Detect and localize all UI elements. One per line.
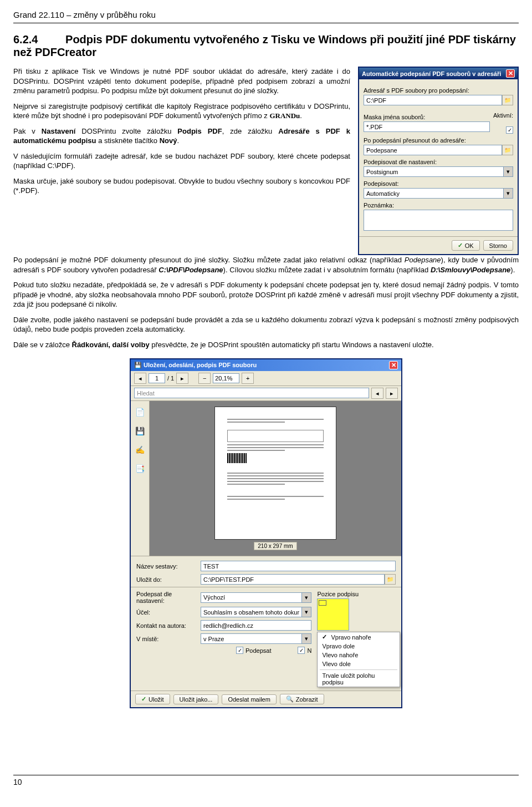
paragraph-1: Při tisku z aplikace Tisk ve Windows je … bbox=[13, 67, 350, 96]
input-adresar[interactable] bbox=[364, 95, 502, 105]
p6a: Po podepsání je možné PDF dokumenty přes… bbox=[13, 256, 405, 264]
chevron-down-icon-5[interactable]: ▾ bbox=[302, 633, 311, 644]
zobrazit-button[interactable]: 🔍 Zobrazit bbox=[280, 694, 324, 704]
b-nastaveni: Nastavení bbox=[42, 127, 75, 135]
paragraph-7: Pokud tuto složku nezadáte, předpokládá … bbox=[13, 280, 519, 309]
p2-tail: . bbox=[300, 111, 302, 120]
page-total-label: / 1 bbox=[167, 375, 174, 382]
doc-header: Grand 22.110 – změny v průběhu roku bbox=[13, 10, 519, 19]
browse-folder-icon[interactable]: 📁 bbox=[502, 95, 513, 105]
ok-label: OK bbox=[465, 242, 474, 249]
prev-page-icon[interactable]: ◂ bbox=[134, 373, 146, 384]
close-icon[interactable]: ✕ bbox=[506, 69, 515, 78]
ok-button[interactable]: ✓OK bbox=[452, 240, 480, 251]
b-radkovani: Řádkování, další volby bbox=[72, 341, 150, 349]
paragraph-3: Pak v Nastavení DOSPrintu zvolte záložku… bbox=[13, 126, 350, 146]
menu-item-vlevo-nahore[interactable]: Vlevo nahoře bbox=[318, 651, 400, 659]
menu-item-vlevo-dole[interactable]: Vlevo dole bbox=[318, 659, 400, 668]
p3a: Pak v bbox=[13, 127, 42, 135]
paragraph-9: Dále se v záložce Řádkování, další volby… bbox=[13, 340, 519, 350]
menu-item-trvale-ulozit[interactable]: Trvale uložit polohu podpisu bbox=[318, 671, 400, 687]
section-heading: 6.2.4 Podpis PDF dokumentu vytvořeného z… bbox=[13, 33, 519, 59]
p6c: ). Cílovou složku můžete zadat i v absol… bbox=[223, 266, 431, 274]
input-nazev[interactable] bbox=[201, 561, 396, 571]
input-ulozitdo[interactable] bbox=[201, 574, 385, 585]
page-icon[interactable]: 📄 bbox=[134, 405, 147, 419]
i-dsml: D:\Smlouvy\Podepsane bbox=[431, 266, 510, 274]
page-number-input[interactable] bbox=[149, 373, 165, 383]
paragraph-6: Po podepsání je možné PDF dokumenty přes… bbox=[13, 255, 519, 275]
lbl-ulozitdo: Uložit do: bbox=[136, 576, 197, 583]
signature-position-preview[interactable] bbox=[317, 598, 349, 631]
chevron-down-icon-2[interactable]: ▾ bbox=[504, 188, 513, 199]
textarea-poznamka[interactable] bbox=[364, 210, 513, 231]
search-next-icon[interactable]: ▸ bbox=[386, 388, 398, 399]
search-prev-icon[interactable]: ◂ bbox=[371, 388, 383, 399]
chevron-down-icon[interactable]: ▾ bbox=[504, 166, 513, 177]
lbl-nazev: Název sestavy: bbox=[136, 563, 197, 570]
position-context-menu: Vpravo nahoře Vpravo dole Vlevo nahoře V… bbox=[317, 632, 400, 687]
save-icon[interactable]: 💾 bbox=[134, 424, 147, 438]
grandu-word: GRANDu bbox=[269, 111, 300, 120]
sign-icon[interactable]: ✍️ bbox=[134, 443, 147, 456]
dialog2-titlebar[interactable]: 💾 Uložení, odeslání, podpis PDF souboru … bbox=[131, 359, 401, 371]
ulozit-label: Uložit bbox=[149, 696, 164, 703]
dialog-save-send-sign: 💾 Uložení, odeslání, podpis PDF souboru … bbox=[130, 358, 402, 708]
select-vmiste[interactable] bbox=[201, 633, 302, 644]
dialog2-title-text: Uložení, odeslání, podpis PDF souboru bbox=[144, 362, 257, 368]
input-presunout[interactable] bbox=[364, 145, 502, 155]
input-maska[interactable] bbox=[364, 121, 490, 132]
chevron-down-icon-4[interactable]: ▾ bbox=[302, 607, 311, 617]
chk-podepsat-label: Podepsat bbox=[245, 647, 271, 654]
storno-button[interactable]: Storno bbox=[483, 240, 513, 251]
browse-folder-icon-3[interactable]: 📁 bbox=[385, 574, 396, 585]
close-icon-2[interactable]: ✕ bbox=[389, 361, 398, 369]
lbl-poznamka: Poznámka: bbox=[364, 202, 513, 209]
ulozit-button[interactable]: ✓Uložit bbox=[135, 694, 170, 704]
p3c: , zde záložku bbox=[222, 127, 279, 135]
browse-folder-icon-2[interactable]: 📁 bbox=[502, 145, 513, 155]
input-kontakt[interactable] bbox=[201, 620, 311, 631]
dialog-auto-sign: Automatické podepsání PDF souborů v adre… bbox=[358, 67, 519, 255]
chk-n-label: N bbox=[307, 647, 311, 654]
select-podepisovat[interactable] bbox=[364, 188, 504, 199]
page-footer: 10 bbox=[13, 775, 519, 786]
page-size-label: 210 x 297 mm bbox=[254, 542, 296, 550]
dialog2-toolbar: ◂ / 1 ▸ − + bbox=[131, 371, 401, 386]
p3b: DOSPrintu zvolte záložku bbox=[75, 127, 177, 135]
menu-item-vpravo-nahore[interactable]: Vpravo nahoře bbox=[318, 632, 400, 642]
magnifier-icon: 🔍 bbox=[286, 696, 294, 703]
zoom-in-icon[interactable]: + bbox=[242, 373, 254, 384]
select-podepsatdle[interactable] bbox=[201, 592, 302, 603]
ulozit-jako-button[interactable]: Uložit jako... bbox=[173, 694, 219, 704]
checkbox-podepsat[interactable]: ✓ bbox=[236, 647, 243, 654]
dialog1-titlebar[interactable]: Automatické podepsání PDF souborů v adre… bbox=[359, 68, 518, 79]
lbl-dle: Podepisovat dle nastavení: bbox=[364, 159, 513, 165]
b-podpispdf: Podpis PDF bbox=[177, 127, 222, 135]
lbl-adresar: Adresář s PDF soubory pro podepsání: bbox=[364, 87, 513, 94]
i-cpdf: C:\PDF\Podepsane bbox=[158, 266, 223, 274]
zoom-input[interactable] bbox=[213, 373, 239, 383]
lbl-pozice: Pozice podpisu bbox=[317, 591, 400, 597]
lbl-maska: Maska jména souborů: bbox=[364, 114, 490, 120]
lbl-podepisovat: Podepisovat: bbox=[364, 180, 513, 187]
b-novy: Nový bbox=[160, 136, 177, 145]
zoom-out-icon[interactable]: − bbox=[198, 373, 211, 384]
search-input[interactable] bbox=[134, 388, 369, 398]
next-page-icon[interactable]: ▸ bbox=[176, 373, 188, 384]
menu-item-vpravo-dole[interactable]: Vpravo dole bbox=[318, 642, 400, 651]
body-text-column: Při tisku z aplikace Tisk ve Windows je … bbox=[13, 67, 350, 255]
select-dle[interactable] bbox=[364, 166, 504, 177]
select-ucel[interactable] bbox=[201, 607, 302, 617]
checkbox-n[interactable]: ✓ bbox=[298, 647, 305, 654]
document-icon[interactable]: 📑 bbox=[134, 462, 147, 475]
checkbox-aktivni[interactable]: ✓ bbox=[506, 126, 513, 134]
p6d: ). bbox=[510, 266, 515, 274]
lbl-vmiste: V místě: bbox=[136, 636, 197, 642]
section-number: 6.2.4 bbox=[13, 33, 38, 45]
chevron-down-icon-3[interactable]: ▾ bbox=[302, 592, 311, 603]
pdf-preview-area: 210 x 297 mm bbox=[150, 401, 401, 556]
i-podepsane: Podepsane bbox=[405, 256, 441, 264]
odeslat-mailem-button[interactable]: Odeslat mailem bbox=[222, 694, 276, 704]
check-icon-2: ✓ bbox=[141, 696, 146, 703]
